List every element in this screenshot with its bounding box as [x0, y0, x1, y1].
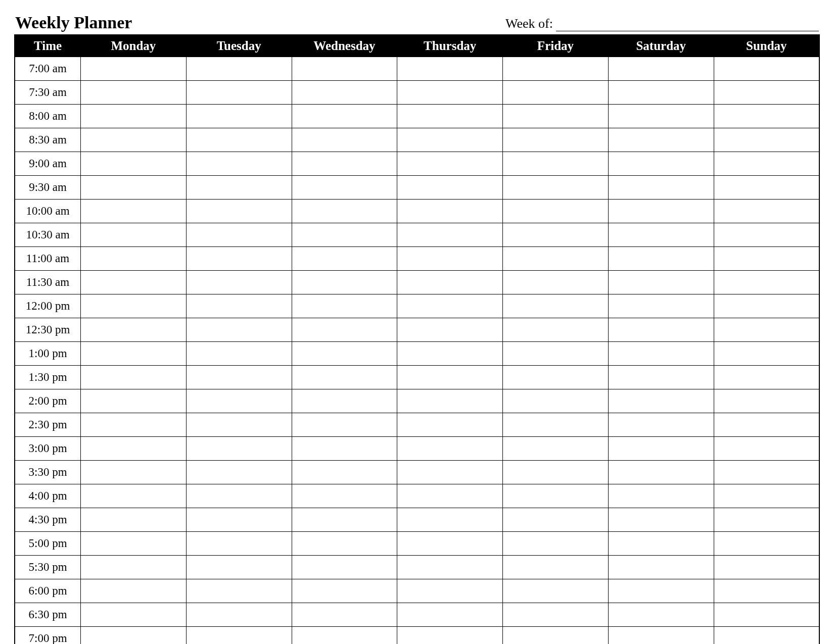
planner-cell[interactable]: [397, 556, 503, 579]
planner-cell[interactable]: [292, 200, 397, 223]
planner-cell[interactable]: [608, 603, 714, 627]
planner-cell[interactable]: [714, 603, 819, 627]
planner-cell[interactable]: [186, 437, 292, 461]
planner-cell[interactable]: [397, 223, 503, 247]
planner-cell[interactable]: [397, 200, 503, 223]
planner-cell[interactable]: [292, 556, 397, 579]
planner-cell[interactable]: [81, 627, 187, 645]
planner-cell[interactable]: [608, 176, 714, 200]
planner-cell[interactable]: [292, 508, 397, 532]
planner-cell[interactable]: [714, 128, 819, 152]
planner-cell[interactable]: [397, 627, 503, 645]
planner-cell[interactable]: [503, 342, 609, 366]
planner-cell[interactable]: [608, 294, 714, 318]
planner-cell[interactable]: [608, 437, 714, 461]
planner-cell[interactable]: [608, 556, 714, 579]
planner-cell[interactable]: [81, 437, 187, 461]
planner-cell[interactable]: [81, 389, 187, 413]
planner-cell[interactable]: [186, 128, 292, 152]
planner-cell[interactable]: [81, 247, 187, 271]
planner-cell[interactable]: [292, 152, 397, 176]
planner-cell[interactable]: [608, 318, 714, 342]
planner-cell[interactable]: [397, 152, 503, 176]
planner-cell[interactable]: [186, 532, 292, 556]
planner-cell[interactable]: [608, 57, 714, 81]
planner-cell[interactable]: [397, 318, 503, 342]
planner-cell[interactable]: [608, 366, 714, 389]
planner-cell[interactable]: [186, 461, 292, 484]
planner-cell[interactable]: [186, 271, 292, 294]
planner-cell[interactable]: [186, 579, 292, 603]
planner-cell[interactable]: [81, 128, 187, 152]
planner-cell[interactable]: [81, 223, 187, 247]
planner-cell[interactable]: [608, 152, 714, 176]
planner-cell[interactable]: [81, 556, 187, 579]
planner-cell[interactable]: [714, 556, 819, 579]
planner-cell[interactable]: [714, 579, 819, 603]
planner-cell[interactable]: [81, 152, 187, 176]
planner-cell[interactable]: [608, 461, 714, 484]
planner-cell[interactable]: [608, 342, 714, 366]
planner-cell[interactable]: [714, 342, 819, 366]
planner-cell[interactable]: [714, 271, 819, 294]
planner-cell[interactable]: [608, 81, 714, 105]
planner-cell[interactable]: [292, 57, 397, 81]
planner-cell[interactable]: [714, 437, 819, 461]
planner-cell[interactable]: [503, 389, 609, 413]
planner-cell[interactable]: [503, 105, 609, 128]
planner-cell[interactable]: [186, 223, 292, 247]
planner-cell[interactable]: [292, 128, 397, 152]
planner-cell[interactable]: [81, 484, 187, 508]
planner-cell[interactable]: [714, 627, 819, 645]
planner-cell[interactable]: [503, 57, 609, 81]
planner-cell[interactable]: [292, 318, 397, 342]
planner-cell[interactable]: [503, 223, 609, 247]
planner-cell[interactable]: [292, 366, 397, 389]
planner-cell[interactable]: [714, 81, 819, 105]
planner-cell[interactable]: [186, 81, 292, 105]
planner-cell[interactable]: [503, 271, 609, 294]
planner-cell[interactable]: [397, 532, 503, 556]
planner-cell[interactable]: [503, 484, 609, 508]
planner-cell[interactable]: [81, 57, 187, 81]
planner-cell[interactable]: [292, 294, 397, 318]
planner-cell[interactable]: [292, 223, 397, 247]
planner-cell[interactable]: [186, 603, 292, 627]
planner-cell[interactable]: [714, 461, 819, 484]
planner-cell[interactable]: [292, 532, 397, 556]
planner-cell[interactable]: [186, 342, 292, 366]
planner-cell[interactable]: [608, 532, 714, 556]
planner-cell[interactable]: [81, 508, 187, 532]
planner-cell[interactable]: [186, 627, 292, 645]
planner-cell[interactable]: [186, 556, 292, 579]
planner-cell[interactable]: [714, 413, 819, 437]
planner-cell[interactable]: [292, 247, 397, 271]
planner-cell[interactable]: [397, 81, 503, 105]
planner-cell[interactable]: [186, 176, 292, 200]
planner-cell[interactable]: [503, 532, 609, 556]
planner-cell[interactable]: [503, 366, 609, 389]
planner-cell[interactable]: [397, 413, 503, 437]
planner-cell[interactable]: [714, 294, 819, 318]
planner-cell[interactable]: [608, 484, 714, 508]
planner-cell[interactable]: [503, 556, 609, 579]
planner-cell[interactable]: [186, 152, 292, 176]
planner-cell[interactable]: [292, 271, 397, 294]
planner-cell[interactable]: [186, 413, 292, 437]
planner-cell[interactable]: [292, 342, 397, 366]
planner-cell[interactable]: [292, 105, 397, 128]
planner-cell[interactable]: [503, 81, 609, 105]
planner-cell[interactable]: [397, 105, 503, 128]
planner-cell[interactable]: [608, 223, 714, 247]
planner-cell[interactable]: [292, 603, 397, 627]
planner-cell[interactable]: [714, 200, 819, 223]
planner-cell[interactable]: [292, 81, 397, 105]
planner-cell[interactable]: [503, 294, 609, 318]
planner-cell[interactable]: [503, 579, 609, 603]
planner-cell[interactable]: [397, 437, 503, 461]
planner-cell[interactable]: [714, 223, 819, 247]
planner-cell[interactable]: [503, 413, 609, 437]
planner-cell[interactable]: [503, 603, 609, 627]
planner-cell[interactable]: [608, 579, 714, 603]
planner-cell[interactable]: [397, 461, 503, 484]
